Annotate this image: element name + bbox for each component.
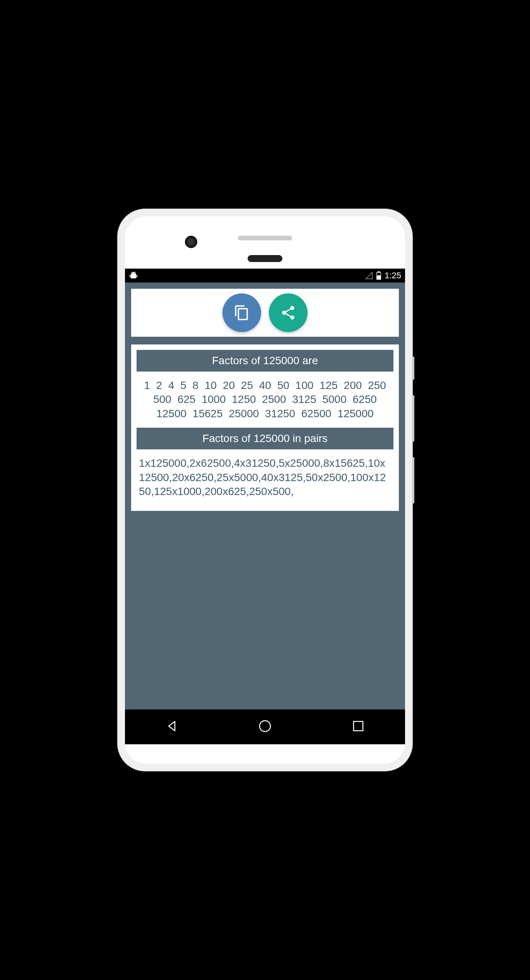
share-button[interactable] bbox=[269, 293, 308, 332]
back-button[interactable] bbox=[164, 718, 180, 735]
factors-list: 1 2 4 5 8 10 20 25 40 50 100 125 200 250… bbox=[137, 372, 393, 428]
home-icon bbox=[257, 718, 273, 734]
svg-point-4 bbox=[134, 273, 135, 274]
phone-bezel-bottom bbox=[125, 744, 405, 764]
earpiece-icon bbox=[248, 255, 282, 262]
svg-rect-11 bbox=[354, 721, 363, 731]
back-icon bbox=[164, 718, 180, 734]
power-button[interactable] bbox=[412, 356, 414, 380]
svg-line-6 bbox=[135, 271, 135, 272]
navigation-bar bbox=[125, 709, 405, 744]
results-card: Factors of 125000 are 1 2 4 5 8 10 20 25… bbox=[129, 342, 401, 513]
pairs-list: 1x125000,2x62500,4x31250,5x25000,8x15625… bbox=[137, 449, 393, 505]
camera-icon bbox=[185, 236, 197, 248]
pairs-header: Factors of 125000 in pairs bbox=[137, 428, 393, 449]
home-button[interactable] bbox=[257, 718, 273, 735]
svg-rect-1 bbox=[130, 275, 130, 277]
status-bar: 1:25 bbox=[125, 269, 405, 283]
copy-button[interactable] bbox=[222, 293, 261, 332]
android-icon bbox=[129, 271, 138, 280]
copy-icon bbox=[234, 305, 250, 321]
svg-rect-8 bbox=[378, 271, 380, 272]
svg-rect-0 bbox=[131, 274, 137, 278]
factors-header: Factors of 125000 are bbox=[137, 350, 393, 372]
app-content: Factors of 125000 are 1 2 4 5 8 10 20 25… bbox=[125, 283, 405, 709]
svg-point-3 bbox=[132, 273, 133, 274]
phone-frame: 1:25 Factors of 125000 are 1 2 bbox=[118, 209, 412, 771]
share-icon bbox=[280, 305, 296, 321]
recent-button[interactable] bbox=[350, 718, 366, 735]
speaker-icon bbox=[238, 236, 292, 240]
volume-down-button[interactable] bbox=[412, 457, 414, 504]
svg-line-5 bbox=[132, 271, 132, 272]
svg-rect-2 bbox=[137, 275, 137, 277]
phone-screen: 1:25 Factors of 125000 are 1 2 bbox=[125, 216, 405, 764]
signal-icon bbox=[365, 272, 373, 279]
status-time: 1:25 bbox=[385, 271, 401, 281]
svg-point-10 bbox=[260, 721, 270, 732]
volume-up-button[interactable] bbox=[412, 395, 414, 442]
battery-charging-icon bbox=[376, 271, 381, 280]
toolbar bbox=[129, 286, 401, 339]
phone-bezel-top bbox=[125, 216, 405, 269]
recent-icon bbox=[350, 718, 366, 734]
